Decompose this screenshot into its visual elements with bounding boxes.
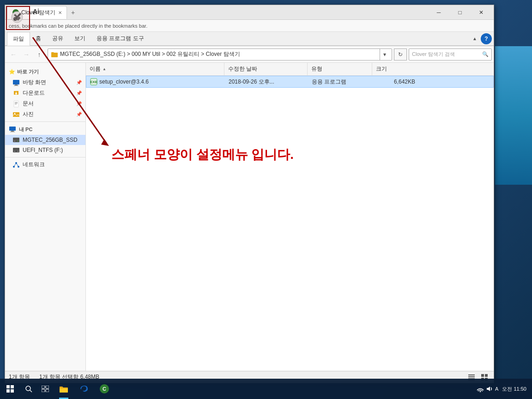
svg-line-48 bbox=[30, 390, 32, 392]
svg-text:C: C bbox=[103, 386, 106, 392]
drive-icon bbox=[12, 136, 20, 144]
sidebar-item-pictures[interactable]: 사진 📌 bbox=[5, 109, 85, 120]
pin-icon-pic: 📌 bbox=[76, 112, 82, 117]
search-bar[interactable]: Clover 탐색기 검색 🔍 bbox=[409, 48, 492, 60]
annotation-text: 스페너 모양이 설정메뉴 입니다. bbox=[111, 146, 294, 163]
computer-icon bbox=[9, 126, 16, 133]
pin-icon-dl: 📌 bbox=[76, 91, 82, 96]
documents-icon bbox=[12, 100, 20, 108]
sidebar-item-documents[interactable]: 문서 📌 bbox=[5, 98, 85, 109]
ribbon-tabs: 파일 홈 공유 보기 응용 프로그램 도구 ▲ ? bbox=[5, 32, 494, 46]
svg-rect-40 bbox=[485, 374, 488, 377]
file-size-cell: 6,642KB bbox=[373, 76, 419, 87]
svg-rect-23 bbox=[14, 151, 15, 151]
task-view-btn[interactable] bbox=[37, 379, 54, 399]
svg-rect-53 bbox=[60, 388, 68, 393]
file-explorer-icon bbox=[59, 384, 69, 393]
title-bar-left: C Clover 탐색기 ✕ + bbox=[5, 6, 428, 19]
svg-point-21 bbox=[18, 141, 18, 142]
ime-indicator[interactable]: A bbox=[495, 386, 498, 392]
taskbar-edge[interactable] bbox=[74, 379, 94, 399]
svg-rect-22 bbox=[13, 148, 19, 152]
taskbar-apps: C bbox=[54, 379, 115, 399]
file-list: 이름 ▲ 수정한 날짜 유형 크기 bbox=[86, 63, 494, 371]
address-dropdown-btn[interactable]: ▾ bbox=[380, 48, 389, 60]
wrench-highlight-box bbox=[6, 6, 30, 30]
svg-rect-8 bbox=[15, 85, 18, 85]
windows-icon bbox=[6, 385, 14, 393]
network-section: 네트워크 bbox=[5, 159, 85, 170]
network-tray-icon[interactable] bbox=[477, 386, 484, 392]
sidebar-item-network[interactable]: 네트워크 bbox=[5, 159, 85, 170]
refresh-btn[interactable]: ↻ bbox=[394, 48, 407, 60]
address-folder-icon bbox=[51, 51, 58, 58]
svg-rect-49 bbox=[42, 386, 45, 388]
desktop-accent bbox=[495, 46, 532, 185]
svg-rect-46 bbox=[11, 389, 14, 393]
file-row[interactable]: EXE setup_clover@3.4.6 2018-09-26 오후... … bbox=[86, 76, 494, 88]
svg-rect-20 bbox=[14, 141, 15, 141]
address-bar[interactable]: MGTEC_256GB_SSD (E:) > 000 MY Util > 002… bbox=[48, 48, 392, 60]
svg-rect-51 bbox=[42, 389, 45, 392]
taskbar-search-btn[interactable] bbox=[20, 379, 37, 399]
clover-icon: C bbox=[99, 384, 109, 394]
system-tray: A 오전 11:50 bbox=[477, 386, 532, 393]
forward-btn: → bbox=[20, 48, 33, 61]
volume-icon[interactable] bbox=[486, 386, 493, 392]
svg-line-28 bbox=[14, 163, 16, 167]
svg-rect-39 bbox=[481, 374, 484, 377]
col-date-header[interactable]: 수정한 날짜 bbox=[224, 63, 308, 75]
col-size-header[interactable]: 크기 bbox=[372, 63, 418, 75]
network-icon bbox=[12, 161, 20, 169]
ribbon-tab-home[interactable]: 홈 bbox=[30, 32, 47, 46]
close-btn[interactable]: ✕ bbox=[471, 5, 492, 20]
file-name-cell: EXE setup_clover@3.4.6 bbox=[86, 76, 225, 87]
tab-close-btn[interactable]: ✕ bbox=[58, 10, 62, 15]
svg-rect-13 bbox=[15, 104, 17, 104]
ribbon-tab-view[interactable]: 보기 bbox=[69, 32, 91, 46]
taskbar-time[interactable]: 오전 11:50 bbox=[500, 386, 528, 393]
drive-icon-2 bbox=[12, 146, 20, 154]
minimize-btn[interactable]: ─ bbox=[428, 5, 449, 20]
pictures-icon bbox=[12, 111, 20, 118]
svg-rect-16 bbox=[9, 127, 16, 131]
col-type-header[interactable]: 유형 bbox=[308, 63, 372, 75]
svg-rect-19 bbox=[13, 138, 19, 142]
bookmarks-bar: cess, bookmarks can be placed directly i… bbox=[5, 20, 494, 32]
sidebar-item-downloads[interactable]: 다운로드 📌 bbox=[5, 88, 85, 98]
svg-point-56 bbox=[480, 391, 481, 393]
sidebar-item-mgtec[interactable]: MGTEC_256GB_SSD bbox=[5, 135, 85, 145]
taskbar-file-explorer[interactable] bbox=[54, 379, 74, 399]
this-pc-header: 내 PC bbox=[5, 124, 85, 135]
quick-access-header: ⭐ 바로 가기 bbox=[5, 66, 85, 77]
taskbar-clover[interactable]: C bbox=[94, 379, 115, 399]
maximize-btn[interactable]: □ bbox=[449, 5, 471, 20]
help-btn[interactable]: ? bbox=[481, 33, 492, 44]
ribbon-chevron-icon[interactable]: ▲ bbox=[472, 36, 477, 41]
sidebar-divider-2 bbox=[5, 157, 85, 157]
up-btn[interactable]: ↑ bbox=[33, 48, 46, 61]
sidebar-item-uefi[interactable]: UEFI_NTFS (F:) bbox=[5, 145, 85, 155]
svg-text:EXE: EXE bbox=[90, 80, 97, 84]
ribbon-tab-file[interactable]: 파일 bbox=[7, 32, 30, 46]
new-tab-btn[interactable]: + bbox=[68, 7, 78, 18]
start-btn[interactable] bbox=[0, 379, 20, 399]
back-btn: ← bbox=[7, 48, 20, 61]
search-icon: 🔍 bbox=[482, 51, 489, 57]
svg-rect-11 bbox=[15, 102, 18, 103]
quick-access-section: ⭐ 바로 가기 바탕 화면 📌 bbox=[5, 66, 85, 120]
ribbon-tab-tools[interactable]: 응용 프로그램 도구 bbox=[91, 32, 150, 46]
col-name-header[interactable]: 이름 ▲ bbox=[86, 63, 224, 75]
content-area: ⭐ 바로 가기 바탕 화면 📌 bbox=[5, 63, 494, 371]
svg-rect-17 bbox=[11, 131, 14, 132]
sidebar: ⭐ 바로 가기 바탕 화면 📌 bbox=[5, 63, 86, 371]
svg-rect-52 bbox=[46, 389, 49, 392]
svg-rect-7 bbox=[13, 80, 19, 85]
sort-arrow: ▲ bbox=[103, 67, 106, 71]
svg-rect-45 bbox=[6, 389, 10, 393]
nav-bar: ← → ↑ MGTEC_256GB_SSD (E:) > 000 MY Util… bbox=[5, 46, 494, 63]
window-controls: ─ □ ✕ bbox=[428, 5, 494, 20]
svg-rect-12 bbox=[15, 103, 18, 103]
ribbon-tab-share[interactable]: 공유 bbox=[47, 32, 69, 46]
sidebar-item-desktop[interactable]: 바탕 화면 📌 bbox=[5, 77, 85, 88]
